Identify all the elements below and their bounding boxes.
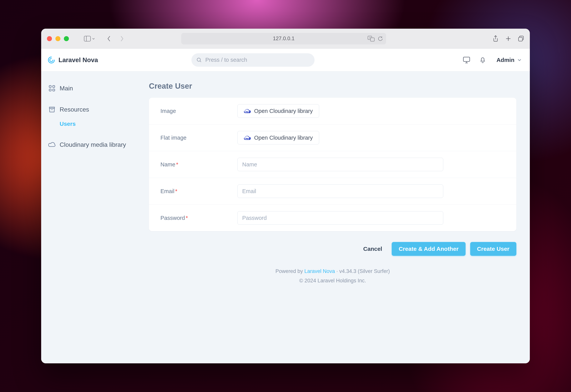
svg-marker-27 bbox=[247, 138, 248, 139]
bell-icon bbox=[479, 56, 486, 63]
create-add-another-button[interactable]: Create & Add Another bbox=[392, 242, 465, 256]
field-email: Email* bbox=[149, 178, 516, 205]
form-actions: Cancel Create & Add Another Create User bbox=[149, 242, 516, 256]
global-search[interactable] bbox=[191, 53, 314, 67]
svg-rect-13 bbox=[49, 85, 51, 87]
chevron-down-icon bbox=[517, 58, 522, 62]
main-content: Create User Image bbox=[149, 71, 530, 363]
footer-powered-prefix: Powered by bbox=[275, 268, 304, 274]
user-menu[interactable]: Admin bbox=[497, 57, 524, 63]
svg-rect-0 bbox=[84, 36, 91, 41]
required-marker: * bbox=[175, 188, 177, 194]
field-label: Image bbox=[160, 108, 237, 114]
new-tab-icon[interactable] bbox=[505, 36, 511, 42]
brand-name: Laravel Nova bbox=[58, 56, 98, 64]
nav-resources-users[interactable]: Users bbox=[46, 118, 143, 130]
svg-rect-14 bbox=[53, 85, 55, 87]
button-label: Open Cloudinary library bbox=[254, 108, 313, 114]
svg-rect-7 bbox=[518, 37, 522, 41]
nav-label: Cloudinary media library bbox=[60, 140, 126, 149]
nova-logo-icon bbox=[47, 56, 56, 64]
app-header: Laravel Nova Admin bbox=[41, 49, 530, 71]
address-bar[interactable]: 127.0.0.1 A bbox=[181, 33, 386, 44]
cloudinary-icon bbox=[244, 108, 251, 114]
svg-rect-10 bbox=[463, 57, 470, 61]
svg-marker-21 bbox=[247, 111, 248, 112]
required-marker: * bbox=[176, 161, 178, 168]
nav-resources[interactable]: Resources bbox=[46, 103, 143, 116]
password-input[interactable] bbox=[237, 211, 443, 225]
chevron-left-icon bbox=[106, 35, 112, 42]
svg-marker-19 bbox=[245, 111, 247, 112]
theme-toggle[interactable] bbox=[463, 56, 470, 64]
search-icon bbox=[196, 57, 202, 63]
svg-rect-15 bbox=[49, 89, 51, 91]
required-marker: * bbox=[186, 215, 188, 221]
button-label: Open Cloudinary library bbox=[254, 135, 313, 141]
nav-label: Users bbox=[60, 121, 76, 127]
grid-icon bbox=[48, 84, 56, 92]
field-label: Flat image bbox=[160, 135, 237, 141]
field-label: Password* bbox=[160, 215, 237, 221]
browser-back-button[interactable] bbox=[105, 35, 113, 42]
form-card: Image Open Cloudinary bbox=[149, 98, 516, 231]
svg-rect-16 bbox=[53, 89, 55, 91]
field-name: Name* bbox=[149, 151, 516, 178]
fullscreen-window-dot[interactable] bbox=[64, 36, 69, 41]
svg-point-8 bbox=[197, 58, 200, 61]
sidebar-panel-icon bbox=[84, 36, 91, 42]
browser-forward-button[interactable] bbox=[118, 35, 126, 42]
svg-rect-20 bbox=[247, 112, 248, 113]
browser-sidebar-toggle[interactable] bbox=[84, 36, 95, 42]
close-window-dot[interactable] bbox=[47, 36, 52, 41]
footer-nova-link[interactable]: Laravel Nova bbox=[304, 268, 335, 274]
svg-rect-3 bbox=[371, 38, 374, 41]
tabs-overview-icon[interactable] bbox=[518, 36, 524, 42]
svg-line-9 bbox=[200, 61, 201, 62]
nav-label: Main bbox=[60, 85, 73, 92]
nav-label: Resources bbox=[60, 106, 89, 113]
footer-version: · v4.34.3 (Silver Surfer) bbox=[335, 268, 390, 274]
search-input[interactable] bbox=[205, 57, 310, 63]
browser-chrome: 127.0.0.1 A bbox=[41, 29, 530, 49]
share-icon[interactable] bbox=[493, 35, 499, 42]
nav-cloudinary[interactable]: Cloudinary media library bbox=[46, 138, 143, 152]
field-password: Password* bbox=[149, 205, 516, 231]
browser-window: 127.0.0.1 A bbox=[41, 29, 530, 363]
cancel-button[interactable]: Cancel bbox=[358, 242, 387, 256]
field-label: Email* bbox=[160, 188, 237, 195]
create-user-button[interactable]: Create User bbox=[470, 242, 516, 256]
window-traffic-lights bbox=[47, 36, 69, 41]
chevron-right-icon bbox=[119, 35, 125, 42]
nav-main[interactable]: Main bbox=[46, 82, 143, 95]
cloudinary-icon bbox=[244, 135, 251, 140]
brand[interactable]: Laravel Nova bbox=[47, 56, 98, 64]
name-input[interactable] bbox=[237, 158, 443, 171]
reload-icon[interactable] bbox=[378, 36, 383, 41]
minimize-window-dot[interactable] bbox=[56, 36, 60, 41]
svg-marker-25 bbox=[245, 138, 247, 139]
chevron-down-icon bbox=[92, 37, 95, 40]
svg-rect-28 bbox=[248, 139, 249, 140]
svg-rect-24 bbox=[246, 139, 247, 140]
address-text: 127.0.0.1 bbox=[273, 36, 295, 42]
open-cloudinary-image-button[interactable]: Open Cloudinary library bbox=[237, 104, 319, 118]
svg-text:A: A bbox=[369, 37, 371, 39]
field-image: Image Open Cloudinary bbox=[149, 98, 516, 125]
notifications-button[interactable] bbox=[479, 56, 486, 64]
open-cloudinary-flatimage-button[interactable]: Open Cloudinary library bbox=[237, 131, 319, 144]
cloud-icon bbox=[48, 140, 56, 148]
app-body: Main Resources Users bbox=[41, 71, 530, 363]
svg-rect-26 bbox=[247, 139, 248, 140]
user-name: Admin bbox=[497, 57, 514, 63]
translate-icon[interactable]: A bbox=[368, 36, 375, 42]
field-flat-image: Flat image Open Cloudi bbox=[149, 125, 516, 151]
svg-rect-22 bbox=[248, 112, 249, 113]
field-label: Name* bbox=[160, 161, 237, 168]
browser-right-controls bbox=[493, 35, 524, 42]
footer-copyright: © 2024 Laravel Holdings Inc. bbox=[149, 276, 516, 285]
monitor-icon bbox=[463, 56, 470, 63]
page-title: Create User bbox=[149, 82, 516, 90]
email-input[interactable] bbox=[237, 184, 443, 198]
svg-rect-18 bbox=[246, 112, 247, 113]
